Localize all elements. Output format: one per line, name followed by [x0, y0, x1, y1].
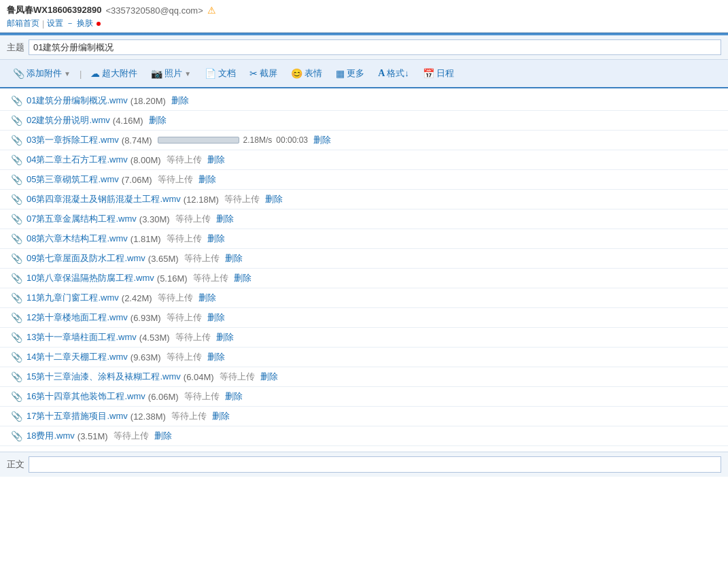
- attach-item: 📎18费用.wmv (3.51M) 等待上传 删除: [0, 426, 728, 446]
- attach-delete[interactable]: 删除: [225, 390, 243, 403]
- attach-item: 📎13第十一章墙柱面工程.wmv (4.53M) 等待上传 删除: [0, 328, 728, 348]
- attach-delete[interactable]: 删除: [225, 252, 243, 265]
- attach-name[interactable]: 18费用.wmv: [27, 430, 75, 442]
- attach-name[interactable]: 11第九章门窗工程.wmv: [27, 292, 119, 304]
- attach-item: 📎04第二章土石方工程.wmv (8.00M) 等待上传 删除: [0, 150, 728, 170]
- attach-delete[interactable]: 删除: [198, 173, 216, 186]
- attach-name[interactable]: 12第十章楼地面工程.wmv: [27, 311, 128, 324]
- attach-size: (6.93M): [131, 313, 161, 323]
- attach-size: (1.81M): [131, 234, 161, 244]
- calendar-icon: 📅: [423, 68, 434, 79]
- attach-name[interactable]: 09第七章屋面及防水工程.wmv: [27, 252, 145, 265]
- progress-speed: 2.18M/s: [243, 135, 273, 145]
- super-attach-button[interactable]: ☁ 超大附件: [84, 64, 143, 83]
- subject-row: 主题: [0, 35, 728, 60]
- warning-icon: ⚠: [207, 5, 216, 16]
- nav-dash: －: [66, 18, 74, 29]
- username: 鲁凤春WX18606392890: [7, 4, 101, 16]
- screenshot-label: 截屏: [260, 67, 277, 80]
- attach-item: 📎05第三章砌筑工程.wmv (7.06M) 等待上传 删除: [0, 170, 728, 190]
- doc-icon: 📄: [205, 68, 216, 79]
- attach-item: 📎16第十四章其他装饰工程.wmv (6.06M) 等待上传 删除: [0, 387, 728, 407]
- attach-delete[interactable]: 删除: [149, 114, 167, 126]
- attach-delete[interactable]: 删除: [212, 410, 230, 422]
- attach-item: 📎07第五章金属结构工程.wmv (3.30M) 等待上传 删除: [0, 209, 728, 229]
- attach-name[interactable]: 01建筑分册编制概况.wmv: [27, 95, 128, 107]
- add-attach-button[interactable]: 📎 添加附件 ▼: [7, 64, 77, 83]
- attach-status-waiting: 等待上传: [184, 252, 220, 265]
- font-icon: A: [378, 68, 385, 79]
- skin-link[interactable]: 换肤: [77, 18, 93, 29]
- paperclip-icon: 📎: [11, 332, 22, 343]
- attach-delete[interactable]: 删除: [207, 351, 225, 363]
- attach-delete[interactable]: 删除: [216, 331, 234, 343]
- paperclip-icon: 📎: [11, 430, 22, 441]
- settings-link[interactable]: 设置: [47, 18, 63, 29]
- emoji-button[interactable]: 😊 表情: [285, 64, 328, 83]
- attach-name[interactable]: 08第六章木结构工程.wmv: [27, 233, 128, 245]
- attach-delete[interactable]: 删除: [207, 233, 225, 245]
- more-button[interactable]: ▦ 更多: [330, 64, 370, 83]
- attach-delete[interactable]: 删除: [171, 95, 189, 107]
- attach-delete[interactable]: 删除: [207, 311, 225, 324]
- attach-size: (6.04M): [184, 372, 214, 382]
- body-input[interactable]: [29, 456, 721, 473]
- attach-item: 📎02建筑分册说明.wmv (4.16M) 删除: [0, 111, 728, 131]
- attach-name[interactable]: 02建筑分册说明.wmv: [27, 114, 110, 126]
- photo-button[interactable]: 📷 照片 ▼: [145, 64, 197, 83]
- inbox-link[interactable]: 邮箱首页: [7, 18, 39, 29]
- attach-delete[interactable]: 删除: [154, 430, 172, 442]
- attach-delete[interactable]: 删除: [313, 134, 331, 146]
- attach-name[interactable]: 15第十三章油漆、涂料及裱糊工程.wmv: [27, 371, 181, 383]
- attach-name[interactable]: 06第四章混凝土及钢筋混凝土工程.wmv: [27, 193, 181, 205]
- super-attach-label: 超大附件: [102, 67, 137, 80]
- paperclip-icon: 📎: [13, 68, 24, 79]
- attach-name[interactable]: 13第十一章墙柱面工程.wmv: [27, 331, 137, 343]
- paperclip-icon: 📎: [11, 214, 22, 224]
- doc-button[interactable]: 📄 文档: [198, 64, 242, 83]
- paperclip-icon: 📎: [11, 253, 22, 264]
- attach-status-waiting: 等待上传: [175, 331, 211, 343]
- attach-name[interactable]: 03第一章拆除工程.wmv: [27, 134, 119, 146]
- format-button[interactable]: A 格式↓: [372, 64, 415, 83]
- email: <3357320580@qq.com>: [105, 5, 203, 16]
- attach-item: 📎15第十三章油漆、涂料及裱糊工程.wmv (6.04M) 等待上传 删除: [0, 367, 728, 387]
- attach-size: (4.53M): [139, 333, 170, 343]
- attach-delete[interactable]: 删除: [198, 292, 216, 304]
- toolbar-sep1: |: [80, 69, 82, 79]
- calendar-button[interactable]: 📅 日程: [417, 64, 460, 83]
- screenshot-button[interactable]: ✂ 截屏: [243, 64, 283, 83]
- attach-status-waiting: 等待上传: [158, 292, 193, 304]
- subject-label: 主题: [7, 41, 24, 54]
- photo-dropdown: ▼: [184, 70, 191, 78]
- attach-status-waiting: 等待上传: [184, 390, 220, 403]
- attach-item: 📎03第一章拆除工程.wmv (8.74M) 2.18M/s 00:00:03 …: [0, 131, 728, 150]
- attach-name[interactable]: 16第十四章其他装饰工程.wmv: [27, 390, 145, 403]
- add-attach-label: 添加附件: [27, 67, 62, 80]
- attach-name[interactable]: 14第十二章天棚工程.wmv: [27, 351, 128, 363]
- paperclip-icon: 📎: [11, 312, 22, 323]
- attach-name[interactable]: 10第八章保温隔热防腐工程.wmv: [27, 272, 154, 284]
- attach-delete[interactable]: 删除: [207, 154, 225, 166]
- attach-delete[interactable]: 删除: [234, 272, 252, 284]
- attach-name[interactable]: 07第五章金属结构工程.wmv: [27, 213, 137, 225]
- grid-icon: ▦: [336, 68, 345, 79]
- attach-name[interactable]: 04第二章土石方工程.wmv: [27, 154, 128, 166]
- progress-container: 2.18M/s 00:00:03: [158, 135, 308, 145]
- attach-size: (2.42M): [122, 293, 152, 303]
- paperclip-icon: 📎: [11, 194, 22, 205]
- attach-name[interactable]: 17第十五章措施项目.wmv: [27, 410, 128, 422]
- header-nav: 邮箱首页 | 设置 － 换肤: [7, 18, 721, 29]
- attach-status-waiting: 等待上传: [220, 371, 255, 383]
- attach-name[interactable]: 05第三章砌筑工程.wmv: [27, 173, 119, 186]
- attach-size: (4.16M): [113, 116, 143, 126]
- subject-input[interactable]: [29, 39, 721, 55]
- attach-delete[interactable]: 删除: [265, 193, 283, 205]
- progress-bar-wrap: [158, 137, 239, 144]
- attach-delete[interactable]: 删除: [260, 371, 278, 383]
- attach-status-waiting: 等待上传: [114, 430, 149, 442]
- attach-delete[interactable]: 删除: [216, 213, 234, 225]
- attachment-list: 📎01建筑分册编制概况.wmv (18.20M) 删除📎02建筑分册说明.wmv…: [0, 88, 728, 449]
- paperclip-icon: 📎: [11, 371, 22, 382]
- attach-item: 📎06第四章混凝土及钢筋混凝土工程.wmv (12.18M) 等待上传 删除: [0, 190, 728, 209]
